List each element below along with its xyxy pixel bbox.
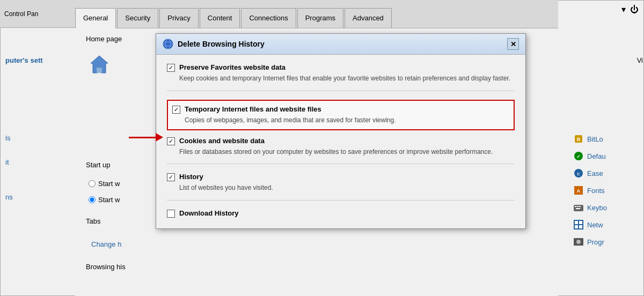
top-right-controls: ▾ ⏻ (621, 4, 639, 14)
dialog-item-temp-header: ✓ Temporary Internet files and website f… (172, 105, 509, 114)
power-icon[interactable]: ⏻ (630, 5, 639, 14)
tab-advanced[interactable]: Advanced (345, 8, 392, 28)
tab-general[interactable]: General (75, 8, 116, 28)
dialog-item-download-history: Download History (167, 209, 515, 218)
delete-browsing-history-dialog: Delete Browsing History ✕ ✓ Preserve Fav… (156, 33, 526, 229)
right-item-progr: Progr (569, 234, 644, 249)
dialog-item-history-header: ✓ History (167, 173, 515, 181)
tab-connections[interactable]: Connections (241, 8, 296, 28)
checkbox-history[interactable]: ✓ (167, 173, 175, 181)
dialog-body: ✓ Preserve Favorites website data Keep c… (156, 55, 525, 228)
right-item-bitlo: B BitLo (569, 131, 644, 146)
cookies-label: Cookies and website data (179, 137, 265, 145)
checkbox-preserve[interactable]: ✓ (167, 64, 175, 72)
svg-rect-13 (579, 206, 581, 207)
tab-programs[interactable]: Programs (297, 8, 343, 28)
dialog-close-button[interactable]: ✕ (507, 38, 519, 50)
ease-icon: E (573, 168, 584, 179)
right-item-fonts: A Fonts (569, 183, 644, 198)
dropdown-icon[interactable]: ▾ (621, 4, 626, 14)
dialog-title-icon (163, 39, 173, 49)
svg-text:E: E (577, 172, 580, 176)
tabs-section-label: Tabs (86, 217, 100, 225)
red-arrow (129, 133, 163, 142)
temp-files-label: Temporary Internet files and website fil… (185, 105, 321, 113)
dialog-item-preserve-header: ✓ Preserve Favorites website data (167, 63, 515, 72)
svg-rect-11 (575, 206, 576, 207)
right-item-netw: Netw (569, 217, 644, 232)
dialog-titlebar: Delete Browsing History ✕ (156, 34, 525, 55)
comp-settings-text: puter's sett (5, 56, 43, 64)
left-item-1: ls (5, 134, 10, 142)
tab-privacy[interactable]: Privacy (159, 8, 199, 28)
right-item-defau: ✓ Defau (569, 149, 644, 164)
svg-rect-18 (575, 225, 578, 228)
arrow-head (156, 133, 163, 142)
tab-security[interactable]: Security (117, 8, 158, 28)
startup-section: Start up (86, 161, 111, 169)
tab-content[interactable]: Content (200, 8, 240, 28)
svg-text:A: A (577, 188, 581, 194)
netw-icon (573, 219, 584, 230)
arrow-line (129, 137, 156, 138)
svg-rect-12 (577, 206, 579, 207)
svg-text:✓: ✓ (576, 154, 581, 159)
house-icon (89, 54, 110, 75)
dialog-item-preserve: ✓ Preserve Favorites website data Keep c… (167, 63, 515, 91)
temp-files-desc: Copies of webpages, images, and media th… (185, 116, 509, 125)
cookies-desc: Files or databases stored on your comput… (179, 147, 515, 157)
bitlo-icon: B (573, 134, 584, 144)
checkbox-cookies[interactable]: ✓ (167, 137, 175, 145)
keybo-icon (573, 202, 584, 213)
left-item-2: it (5, 158, 9, 166)
svg-point-21 (576, 240, 581, 244)
control-panel-label: Control Pan (4, 10, 38, 18)
preserve-desc: Keep cookies and temporary Internet file… (179, 74, 515, 83)
vi-text: Vi (637, 56, 643, 64)
svg-rect-19 (579, 225, 582, 228)
right-item-keybo: Keybo (569, 200, 644, 215)
dialog-item-temp-files-highlighted: ✓ Temporary Internet files and website f… (167, 100, 515, 130)
preserve-label: Preserve Favorites website data (179, 63, 286, 71)
svg-rect-16 (575, 221, 578, 224)
dialog-item-cookies-header: ✓ Cookies and website data (167, 137, 515, 145)
dialog-item-download-header: Download History (167, 209, 515, 218)
history-label: History (179, 173, 203, 181)
svg-rect-17 (579, 221, 582, 224)
radio-item-2[interactable]: Start w (89, 196, 120, 204)
dialog-item-cookies: ✓ Cookies and website data Files or data… (167, 137, 515, 165)
tab-bar: General Security Privacy Content Connect… (75, 0, 558, 28)
svg-text:B: B (577, 137, 581, 142)
radio-item-1[interactable]: Start w (89, 180, 120, 188)
download-history-label: Download History (179, 209, 239, 217)
fonts-icon: A (573, 185, 584, 196)
browsing-his-text: Browsing his (86, 263, 126, 271)
svg-point-22 (163, 39, 173, 49)
change-h-text: Change h (91, 240, 121, 248)
checkbox-download-history[interactable] (167, 210, 175, 218)
progr-icon (573, 236, 584, 247)
right-panel: B BitLo ✓ Defau E Ease A Fonts (569, 131, 644, 251)
home-page-label: Home page (86, 35, 122, 43)
left-item-3: ns (5, 193, 13, 201)
dialog-item-history: ✓ History List of websites you have visi… (167, 173, 515, 201)
svg-rect-14 (576, 208, 580, 209)
right-item-ease: E Ease (569, 166, 644, 181)
svg-rect-1 (97, 68, 102, 73)
dialog-title-text: Delete Browsing History (178, 40, 503, 48)
checkbox-temp-files[interactable]: ✓ (172, 106, 180, 114)
history-desc: List of websites you have visited. (179, 183, 515, 193)
defau-icon: ✓ (573, 151, 584, 161)
toolbar-area: Control Pan (0, 0, 75, 28)
